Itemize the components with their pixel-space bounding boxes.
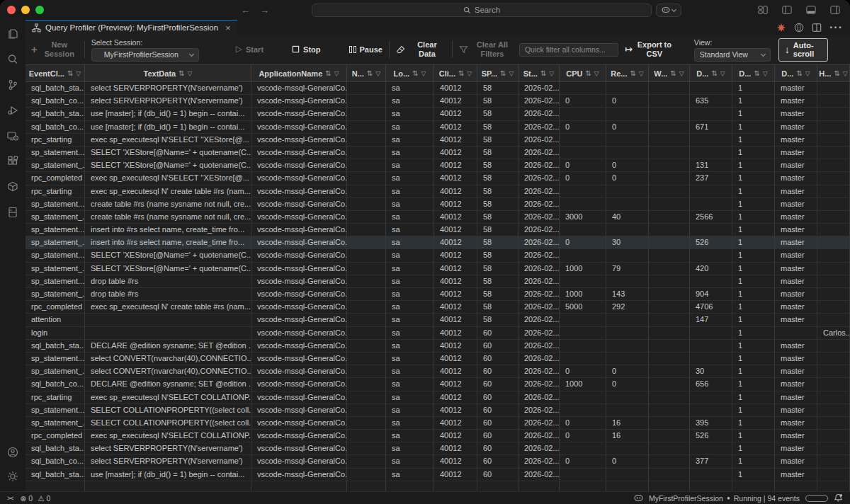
- cell[interactable]: 2026-02...: [518, 391, 560, 404]
- cell[interactable]: 1: [732, 378, 775, 391]
- cell[interactable]: [649, 327, 690, 340]
- cell[interactable]: 58: [477, 275, 518, 288]
- cell[interactable]: 1: [732, 147, 775, 159]
- cell[interactable]: 58: [477, 301, 518, 314]
- cell[interactable]: [606, 185, 649, 198]
- cell[interactable]: [649, 95, 690, 108]
- export-csv-button[interactable]: ↦ Export to CSV: [625, 40, 673, 58]
- cell[interactable]: [649, 353, 690, 365]
- cell[interactable]: 40012: [434, 275, 477, 288]
- cell[interactable]: master: [775, 224, 817, 236]
- cell[interactable]: 60: [477, 365, 518, 378]
- cell[interactable]: [606, 147, 649, 159]
- cell[interactable]: 58: [477, 159, 518, 172]
- cell[interactable]: sa: [386, 211, 434, 224]
- cell[interactable]: [649, 442, 690, 455]
- cell[interactable]: [690, 198, 732, 211]
- filter-icon[interactable]: ▽: [188, 70, 193, 77]
- cell[interactable]: 40012: [434, 185, 477, 198]
- cell[interactable]: 2026-02...: [518, 249, 560, 262]
- cell[interactable]: [817, 263, 850, 275]
- cell[interactable]: master: [775, 82, 817, 95]
- cell[interactable]: create table #rs (name sysname not null,…: [85, 198, 251, 211]
- cell[interactable]: 58: [477, 211, 518, 224]
- cell[interactable]: vscode-mssql-GeneralCo...: [251, 108, 347, 120]
- cell[interactable]: [690, 404, 732, 417]
- cell[interactable]: master: [775, 198, 817, 211]
- cell[interactable]: [817, 249, 850, 262]
- cell[interactable]: sa: [386, 95, 434, 108]
- cell[interactable]: 60: [477, 353, 518, 365]
- sort-icon[interactable]: ⇅: [630, 69, 635, 77]
- cell[interactable]: 60: [477, 442, 518, 455]
- cell[interactable]: sql_batch_sta...: [26, 340, 85, 353]
- cell[interactable]: sp_statement_...: [26, 288, 85, 301]
- cell[interactable]: [347, 301, 386, 314]
- cell[interactable]: 2026-02...: [518, 224, 560, 236]
- table-row[interactable]: sql_batch_sta...use [master]; if (db_id(…: [26, 469, 850, 481]
- cell[interactable]: sp_statement...: [26, 249, 85, 262]
- cell[interactable]: master: [775, 147, 817, 159]
- cell[interactable]: [606, 404, 649, 417]
- column-header-applicationname[interactable]: ApplicationName⇅▽: [251, 65, 347, 81]
- table-row[interactable]: sp_statement_...SELECT 'XEStore[@Name=' …: [26, 263, 850, 275]
- table-row[interactable]: sp_statement...SELECT 'XEStore[@Name=' +…: [26, 147, 850, 159]
- cell[interactable]: 0: [560, 121, 606, 134]
- pause-button[interactable]: Pause: [349, 45, 382, 55]
- cell[interactable]: 0: [606, 365, 649, 378]
- tab-close-icon[interactable]: ×: [225, 23, 231, 33]
- cell[interactable]: 2026-02...: [518, 365, 560, 378]
- cell[interactable]: 40012: [434, 455, 477, 468]
- cell[interactable]: master: [775, 301, 817, 314]
- cell[interactable]: exec sp_executesql N'SELECT COLLATIONP..…: [85, 391, 251, 404]
- cell[interactable]: sa: [386, 263, 434, 275]
- cell[interactable]: 40012: [434, 365, 477, 378]
- cell[interactable]: [347, 198, 386, 211]
- column-header-w[interactable]: W...⇅▽: [649, 65, 690, 81]
- profiler-running-icon[interactable]: [776, 23, 786, 33]
- cell[interactable]: master: [775, 365, 817, 378]
- cell[interactable]: 58: [477, 198, 518, 211]
- cell[interactable]: vscode-mssql-GeneralCo...: [251, 327, 347, 340]
- cell[interactable]: select SERVERPROPERTY(N'servername'): [85, 455, 251, 468]
- cell[interactable]: [560, 327, 606, 340]
- cell[interactable]: 2026-02...: [518, 353, 560, 365]
- cell[interactable]: 2026-02...: [518, 301, 560, 314]
- cell[interactable]: [817, 159, 850, 172]
- cell[interactable]: 1: [732, 198, 775, 211]
- cell[interactable]: master: [775, 108, 817, 120]
- cell[interactable]: vscode-mssql-GeneralCo...: [251, 147, 347, 159]
- filter-icon[interactable]: ▽: [509, 70, 514, 77]
- cell[interactable]: 40: [606, 211, 649, 224]
- cell[interactable]: [649, 275, 690, 288]
- cell[interactable]: 0: [560, 417, 606, 430]
- cell[interactable]: master: [775, 404, 817, 417]
- cell[interactable]: sa: [386, 353, 434, 365]
- cell[interactable]: 0: [560, 95, 606, 108]
- cell[interactable]: [347, 469, 386, 481]
- cell[interactable]: [606, 442, 649, 455]
- cell[interactable]: master: [775, 249, 817, 262]
- table-row[interactable]: loginvscode-mssql-GeneralCo...sa40012602…: [26, 327, 850, 340]
- cell[interactable]: 40012: [434, 442, 477, 455]
- cell[interactable]: sa: [386, 134, 434, 147]
- column-header-cpu[interactable]: CPU⇅▽: [560, 65, 606, 81]
- grid-body[interactable]: sql_batch_sta...select SERVERPROPERTY(N'…: [26, 82, 850, 491]
- sort-icon[interactable]: ⇅: [367, 69, 373, 77]
- toggle-panel-icon[interactable]: [803, 2, 819, 18]
- cell[interactable]: 420: [690, 263, 732, 275]
- cell[interactable]: [560, 82, 606, 95]
- cell[interactable]: 60: [477, 469, 518, 481]
- table-row[interactable]: sp_statement_...SELECT COLLATIONPROPERTY…: [26, 417, 850, 430]
- cell[interactable]: 0: [560, 172, 606, 185]
- cell[interactable]: [606, 108, 649, 120]
- cell[interactable]: 0: [560, 455, 606, 468]
- view-select[interactable]: Standard View: [694, 48, 771, 62]
- cell[interactable]: vscode-mssql-GeneralCo...: [251, 417, 347, 430]
- cell[interactable]: [649, 365, 690, 378]
- cell[interactable]: [347, 404, 386, 417]
- cell[interactable]: [817, 442, 850, 455]
- sort-icon[interactable]: ⇅: [711, 69, 717, 77]
- cell[interactable]: 1: [732, 159, 775, 172]
- cell[interactable]: use [master]; if (db_id() = 1) begin -- …: [85, 121, 251, 134]
